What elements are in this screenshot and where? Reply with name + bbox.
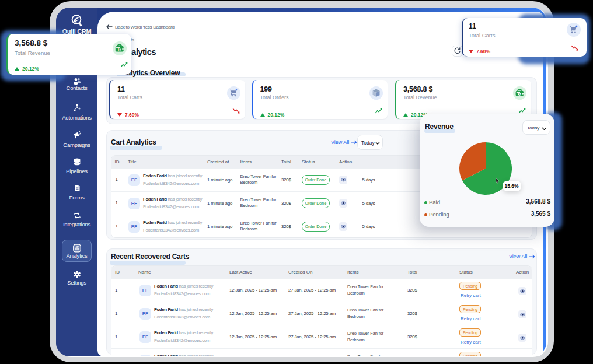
svg-text:$: $ bbox=[118, 48, 120, 51]
svg-text:$: $ bbox=[518, 93, 520, 96]
